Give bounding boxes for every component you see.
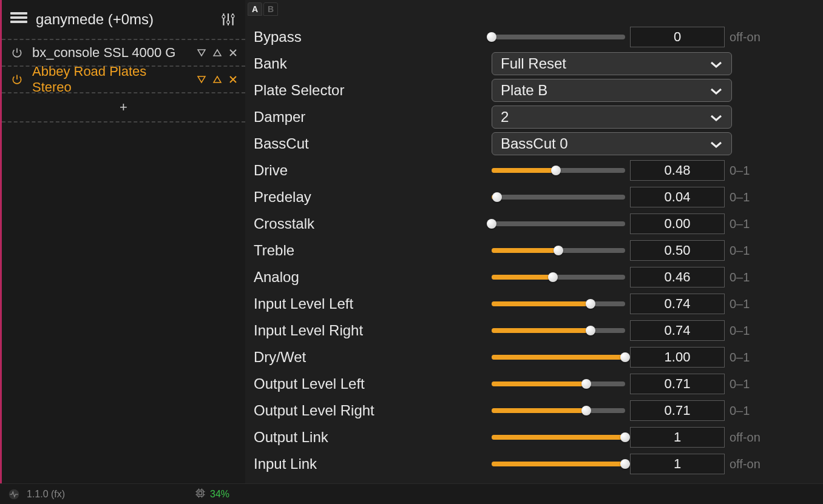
value-input[interactable]: 1	[630, 454, 725, 474]
param-row: BassCut BassCut 0	[251, 132, 812, 155]
value-input[interactable]: 0.71	[630, 400, 725, 421]
slider-treble[interactable]	[492, 246, 625, 255]
plugin-list: bx_console SSL 4000 G Abbey Road Plates …	[2, 39, 245, 93]
param-label: Input Link	[251, 455, 492, 472]
param-label: Crosstalk	[251, 215, 492, 232]
chevron-down-icon	[710, 55, 723, 72]
param-row: Input Level Right 0.74 0–1	[251, 319, 812, 342]
value-input[interactable]: 0.71	[630, 374, 725, 394]
value-input[interactable]: 0.04	[630, 187, 725, 207]
param-row: Plate Selector Plate B	[251, 79, 812, 102]
value-input[interactable]: 0	[630, 27, 725, 47]
param-label: Output Level Right	[251, 402, 492, 419]
svg-point-0	[222, 15, 225, 18]
value-input[interactable]: 0.00	[630, 213, 725, 234]
param-label: Predelay	[251, 189, 492, 206]
select-value: Full Reset	[501, 55, 566, 72]
param-label: Drive	[251, 162, 492, 179]
param-row: Predelay 0.04 0–1	[251, 186, 812, 209]
triangle-down-icon[interactable]	[195, 73, 208, 86]
chevron-down-icon	[710, 109, 723, 126]
param-label: Output Level Left	[251, 375, 492, 392]
close-icon[interactable]	[227, 47, 239, 59]
range-label: 0–1	[730, 404, 772, 418]
slider-dry-wet[interactable]	[492, 352, 625, 362]
sidebar: ganymede (+0ms) bx_console SSL 4000 G Ab…	[0, 0, 245, 483]
slider-output-link[interactable]	[492, 432, 625, 442]
param-label: Bank	[251, 55, 492, 72]
plugin-row[interactable]: bx_console SSL 4000 G	[2, 40, 245, 67]
add-plugin-button[interactable]: +	[2, 93, 245, 123]
server-icon	[10, 12, 27, 27]
slider-input-level-right[interactable]	[492, 326, 625, 335]
select-plate selector[interactable]: Plate B	[492, 79, 732, 102]
plugin-name: Abbey Road Plates Stereo	[32, 64, 187, 95]
cpu-usage: 34%	[210, 489, 229, 500]
param-label: Dry/Wet	[251, 349, 492, 366]
range-label: off-on	[730, 30, 772, 44]
param-row: Drive 0.48 0–1	[251, 159, 812, 182]
param-row: Output Link 1 off-on	[251, 426, 812, 449]
range-label: 0–1	[730, 164, 772, 178]
param-label: BassCut	[251, 135, 492, 152]
param-row: Bypass 0 off-on	[251, 25, 812, 49]
range-label: 0–1	[730, 377, 772, 391]
select-value: 2	[501, 109, 509, 126]
slider-bypass[interactable]	[492, 32, 625, 42]
triangle-down-icon[interactable]	[195, 47, 208, 59]
ab-tab-a[interactable]: A	[248, 2, 262, 16]
value-input[interactable]: 0.74	[630, 294, 725, 314]
value-input[interactable]: 1.00	[630, 347, 725, 368]
slider-drive[interactable]	[492, 166, 625, 175]
ab-tabs: AB	[245, 0, 823, 16]
param-label: Plate Selector	[251, 82, 492, 99]
sidebar-header: ganymede (+0ms)	[2, 0, 245, 39]
svg-rect-4	[197, 490, 203, 496]
range-label: 0–1	[730, 244, 772, 258]
slider-input-link[interactable]	[492, 459, 625, 469]
triangle-up-icon[interactable]	[211, 73, 223, 86]
range-label: 0–1	[730, 324, 772, 338]
param-row: Dry/Wet 1.00 0–1	[251, 346, 812, 369]
select-value: BassCut 0	[501, 135, 568, 152]
chevron-down-icon	[710, 82, 723, 99]
param-label: Treble	[251, 242, 492, 259]
power-icon[interactable]	[10, 46, 24, 59]
slider-output-level-left[interactable]	[492, 379, 625, 389]
slider-input-level-left[interactable]	[492, 299, 625, 309]
select-damper[interactable]: 2	[492, 106, 732, 129]
value-input[interactable]: 0.74	[630, 320, 725, 341]
param-row: Input Level Left 0.74 0–1	[251, 292, 812, 315]
range-label: 0–1	[730, 190, 772, 204]
param-row: Damper 2	[251, 106, 812, 129]
param-row: Output Level Left 0.71 0–1	[251, 372, 812, 395]
svg-rect-5	[199, 491, 202, 494]
range-label: off-on	[730, 431, 772, 445]
slider-predelay[interactable]	[492, 192, 625, 202]
ab-tab-b[interactable]: B	[263, 2, 278, 16]
triangle-up-icon[interactable]	[211, 47, 223, 59]
value-input[interactable]: 1	[630, 427, 725, 448]
select-value: Plate B	[501, 82, 547, 99]
range-label: off-on	[730, 457, 772, 471]
plugin-row[interactable]: Abbey Road Plates Stereo	[2, 67, 245, 93]
plugin-name: bx_console SSL 4000 G	[32, 45, 187, 61]
value-input[interactable]: 0.50	[630, 240, 725, 261]
slider-analog[interactable]	[492, 272, 625, 282]
value-input[interactable]: 0.48	[630, 160, 725, 181]
param-row: Analog 0.46 0–1	[251, 266, 812, 289]
main-panel: AB Bypass 0 off-on Bank Full Reset Plate…	[245, 0, 823, 483]
chevron-down-icon	[710, 135, 723, 152]
select-basscut[interactable]: BassCut 0	[492, 132, 732, 155]
range-label: 0–1	[730, 217, 772, 231]
slider-output-level-right[interactable]	[492, 406, 625, 415]
select-bank[interactable]: Full Reset	[492, 52, 732, 75]
value-input[interactable]: 0.46	[630, 267, 725, 287]
slider-crosstalk[interactable]	[492, 219, 625, 229]
param-row: Bank Full Reset	[251, 52, 812, 75]
mixer-settings-icon[interactable]	[220, 11, 237, 28]
range-label: 0–1	[730, 270, 772, 284]
power-icon[interactable]	[10, 73, 24, 86]
close-icon[interactable]	[227, 73, 239, 86]
activity-icon	[7, 488, 21, 501]
